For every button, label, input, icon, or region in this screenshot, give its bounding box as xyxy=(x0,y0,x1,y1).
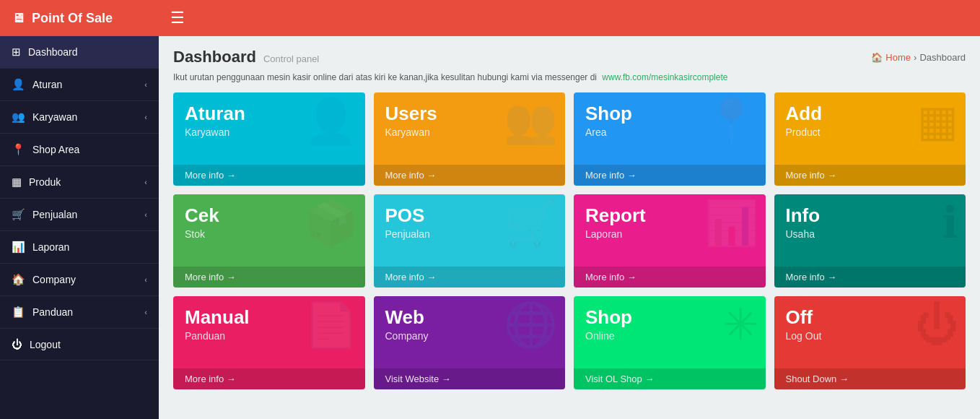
card-subtitle-off: Log Out xyxy=(786,330,955,342)
card-manual[interactable]: 📄 Manual Panduan More info → xyxy=(173,296,365,389)
sidebar-item-aturan[interactable]: 👤 Aturan ‹ xyxy=(0,69,159,101)
card-footer-shop-online[interactable]: Visit OL Shop → xyxy=(574,368,766,389)
card-body-aturan: 👤 Aturan Karyawan xyxy=(173,92,365,165)
card-body-report: 📊 Report Laporan xyxy=(574,194,766,267)
sidebar-label-penjualan: Penjualan xyxy=(32,209,77,220)
chevron-icon-company: ‹ xyxy=(144,275,147,284)
card-body-pos: 🛒 POS Penjualan xyxy=(374,194,566,267)
card-footer-cek-stok[interactable]: More info → xyxy=(173,267,365,288)
dashboard-grid: 👤 Aturan Karyawan More info → 👥 Users Ka… xyxy=(173,92,966,389)
card-title-report: Report xyxy=(585,204,754,227)
card-subtitle-pos: Penjualan xyxy=(385,228,554,240)
card-title-web: Web xyxy=(385,306,554,329)
card-footer-info[interactable]: More info → xyxy=(774,267,966,288)
sidebar-label-dashboard: Dashboard xyxy=(28,46,78,58)
card-report[interactable]: 📊 Report Laporan More info → xyxy=(574,194,766,288)
card-title-aturan: Aturan xyxy=(185,103,354,125)
sidebar-label-company: Company xyxy=(32,274,76,285)
sidebar-label-shoparea: Shop Area xyxy=(32,144,79,155)
chevron-icon-produk: ‹ xyxy=(144,178,147,186)
info-text: Ikut urutan penggunaan mesin kasir onlin… xyxy=(173,72,966,82)
card-aturan[interactable]: 👤 Aturan Karyawan More info → xyxy=(173,92,365,186)
sidebar-icon-logout: ⏻ xyxy=(12,338,22,350)
sidebar-label-logout: Logout xyxy=(30,339,61,350)
card-title-cek-stok: Cek xyxy=(185,204,354,227)
sidebar-item-shoparea[interactable]: 📍 Shop Area xyxy=(0,134,159,166)
card-subtitle-report: Laporan xyxy=(585,228,754,240)
card-users[interactable]: 👥 Users Karyawan More info → xyxy=(374,92,566,186)
card-body-add-product: ▦ Add Product xyxy=(774,92,966,165)
card-title-off: Off xyxy=(786,306,955,329)
sidebar-icon-laporan: 📊 xyxy=(12,241,25,254)
content-area: Dashboard Control panel 🏠 Home › Dashboa… xyxy=(159,36,980,419)
sidebar-label-laporan: Laporan xyxy=(32,241,69,253)
card-shop-online[interactable]: ✳ Shop Online Visit OL Shop → xyxy=(574,296,766,389)
card-footer-aturan[interactable]: More info → xyxy=(173,165,365,186)
chevron-icon-aturan: ‹ xyxy=(144,80,147,89)
sidebar-label-produk: Produk xyxy=(29,176,61,188)
card-pos[interactable]: 🛒 POS Penjualan More info → xyxy=(374,194,566,288)
card-subtitle-users: Karyawan xyxy=(385,126,554,138)
breadcrumb-home-icon: 🏠 xyxy=(871,52,883,63)
sidebar-item-penjualan[interactable]: 🛒 Penjualan ‹ xyxy=(0,199,159,231)
chevron-icon-penjualan: ‹ xyxy=(144,210,147,219)
hamburger-icon[interactable]: ☰ xyxy=(170,9,185,27)
card-shop-area[interactable]: 📍 Shop Area More info → xyxy=(574,92,766,186)
card-footer-web[interactable]: Visit Website → xyxy=(374,368,566,389)
sidebar-item-logout[interactable]: ⏻ Logout xyxy=(0,329,159,360)
app-name: Point Of Sale xyxy=(32,11,113,26)
breadcrumb: 🏠 Home › Dashboard xyxy=(871,52,966,63)
page-header: Dashboard Control panel 🏠 Home › Dashboa… xyxy=(173,48,966,66)
sidebar-header: 🖥 Point Of Sale xyxy=(0,0,159,36)
sidebar-icon-karyawan: 👥 xyxy=(12,111,25,124)
card-title-shop-online: Shop xyxy=(585,306,754,329)
card-add-product[interactable]: ▦ Add Product More info → xyxy=(774,92,966,186)
card-footer-report[interactable]: More info → xyxy=(574,267,766,288)
card-off[interactable]: ⏻ Off Log Out Shout Down → xyxy=(774,296,966,389)
sidebar-nav: ⊞ Dashboard 👤 Aturan ‹ 👥 Karyawan ‹ 📍 Sh… xyxy=(0,36,159,360)
card-subtitle-shop-area: Area xyxy=(585,126,754,138)
sidebar-icon-dashboard: ⊞ xyxy=(12,46,21,59)
card-body-cek-stok: 📦 Cek Stok xyxy=(173,194,365,267)
card-body-off: ⏻ Off Log Out xyxy=(774,296,966,368)
sidebar-label-karyawan: Karyawan xyxy=(32,111,77,123)
card-title-info: Info xyxy=(786,204,955,227)
card-footer-off[interactable]: Shout Down → xyxy=(774,368,966,389)
card-footer-shop-area[interactable]: More info → xyxy=(574,165,766,186)
card-subtitle-cek-stok: Stok xyxy=(185,228,354,240)
card-footer-add-product[interactable]: More info → xyxy=(774,165,966,186)
sidebar-item-company[interactable]: 🏠 Company ‹ xyxy=(0,264,159,296)
card-web[interactable]: 🌐 Web Company Visit Website → xyxy=(374,296,566,389)
card-footer-users[interactable]: More info → xyxy=(374,165,566,186)
sidebar-icon-aturan: 👤 xyxy=(12,78,25,91)
info-text-content: Ikut urutan penggunaan mesin kasir onlin… xyxy=(173,72,597,82)
card-subtitle-web: Company xyxy=(385,330,554,342)
info-link[interactable]: www.fb.com/mesinkasircomplete xyxy=(602,72,727,82)
sidebar-icon-panduan: 📋 xyxy=(12,306,25,319)
card-footer-pos[interactable]: More info → xyxy=(374,267,566,288)
sidebar-item-produk[interactable]: ▦ Produk ‹ xyxy=(0,166,159,199)
sidebar-item-dashboard[interactable]: ⊞ Dashboard xyxy=(0,36,159,69)
main-content: ☰ Dashboard Control panel 🏠 Home › Dashb… xyxy=(159,0,980,419)
card-info[interactable]: ℹ Info Usaha More info → xyxy=(774,194,966,288)
card-title-add-product: Add xyxy=(786,103,955,125)
card-title-manual: Manual xyxy=(185,306,354,329)
card-body-shop-online: ✳ Shop Online xyxy=(574,296,766,368)
card-body-shop-area: 📍 Shop Area xyxy=(574,92,766,165)
card-footer-manual[interactable]: More info → xyxy=(173,368,365,389)
sidebar-icon-penjualan: 🛒 xyxy=(12,208,25,221)
sidebar-icon-produk: ▦ xyxy=(12,176,22,189)
sidebar-item-panduan[interactable]: 📋 Panduan ‹ xyxy=(0,296,159,329)
card-body-manual: 📄 Manual Panduan xyxy=(173,296,365,368)
sidebar-logo-icon: 🖥 xyxy=(12,11,25,26)
page-title: Dashboard xyxy=(173,48,256,66)
breadcrumb-sep: › xyxy=(914,52,916,63)
sidebar-item-laporan[interactable]: 📊 Laporan xyxy=(0,231,159,264)
page-title-area: Dashboard Control panel xyxy=(173,48,319,66)
topbar[interactable]: ☰ xyxy=(159,0,980,36)
breadcrumb-home[interactable]: Home xyxy=(885,52,911,63)
sidebar-item-karyawan[interactable]: 👥 Karyawan ‹ xyxy=(0,101,159,134)
card-cek-stok[interactable]: 📦 Cek Stok More info → xyxy=(173,194,365,288)
card-title-users: Users xyxy=(385,103,554,125)
card-subtitle-manual: Panduan xyxy=(185,330,354,342)
